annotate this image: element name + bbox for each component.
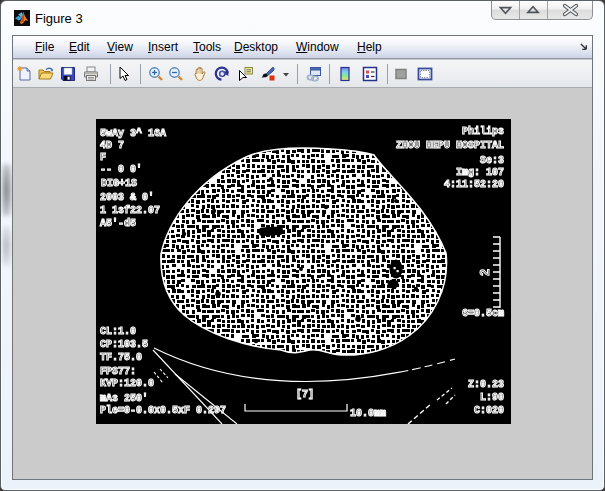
svg-text:KVP:120.0: KVP:120.0 bbox=[100, 378, 154, 389]
svg-text:Philips: Philips bbox=[462, 126, 504, 137]
svg-text:L:90: L:90 bbox=[480, 392, 504, 403]
svg-text:F: F bbox=[100, 152, 106, 163]
svg-text:1 1sf22.07: 1 1sf22.07 bbox=[100, 205, 160, 216]
svg-text:ZHOU HEPU HOSPITAL: ZHOU HEPU HOSPITAL bbox=[396, 140, 504, 151]
svg-text:C:020: C:020 bbox=[474, 405, 504, 416]
svg-text:mAs 250': mAs 250' bbox=[100, 393, 148, 404]
svg-text:Se:3: Se:3 bbox=[480, 155, 504, 166]
svg-text:TF.75.0: TF.75.0 bbox=[100, 352, 142, 363]
svg-text:Z:0.23: Z:0.23 bbox=[468, 379, 504, 390]
svg-text:Img: 107: Img: 107 bbox=[456, 167, 504, 178]
svg-text:CL:1.0: CL:1.0 bbox=[100, 326, 136, 337]
svg-text:A5'-d5: A5'-d5 bbox=[100, 218, 136, 229]
svg-text:5wAy 3^ 16A: 5wAy 3^ 16A bbox=[100, 128, 166, 139]
svg-text:[7]: [7] bbox=[296, 389, 314, 400]
svg-text:FPS77:: FPS77: bbox=[100, 366, 136, 377]
svg-text:10.0mm: 10.0mm bbox=[350, 408, 386, 419]
svg-text:6=0.5cm: 6=0.5cm bbox=[462, 308, 504, 319]
svg-text:2: 2 bbox=[479, 269, 493, 276]
svg-text:CP:103.5: CP:103.5 bbox=[100, 339, 148, 350]
svg-text:Ple=0-0.0x0.5xF 0.297: Ple=0-0.0x0.5xF 0.297 bbox=[100, 405, 226, 416]
svg-text:-- 0 0': -- 0 0' bbox=[100, 164, 142, 175]
svg-text:4D 7: 4D 7 bbox=[100, 140, 124, 151]
svg-text:4:11:52:20: 4:11:52:20 bbox=[444, 179, 504, 190]
svg-text:DIG+1S: DIG+1S bbox=[101, 178, 137, 189]
svg-text:2003 & 0': 2003 & 0' bbox=[100, 192, 154, 203]
